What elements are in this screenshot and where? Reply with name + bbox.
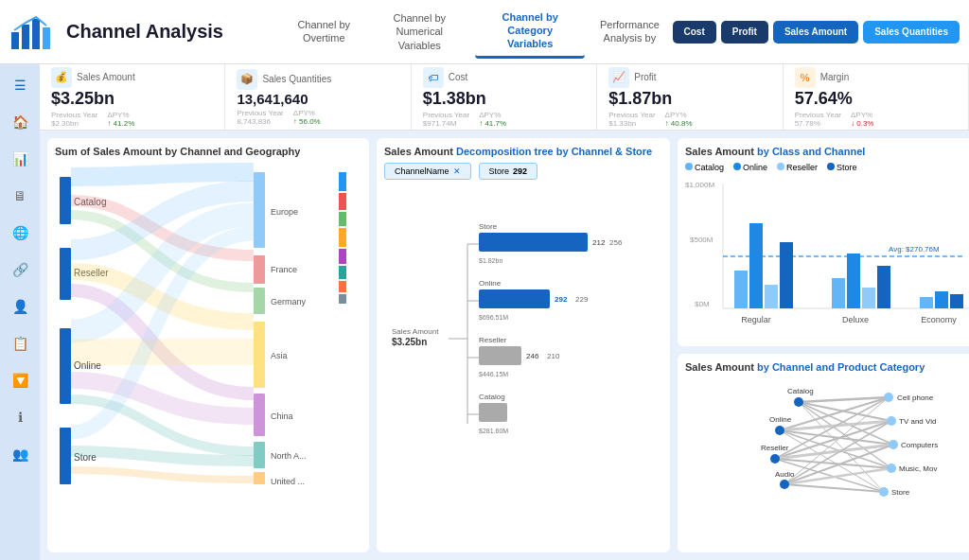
decomp-panel: Sales Amount Decomposition tree by Chann… <box>377 138 670 552</box>
kpi-qty-delta-val: ↑ 56.0% <box>293 117 321 126</box>
svg-line-101 <box>784 484 884 492</box>
sidebar-user-icon[interactable]: 👤 <box>9 295 31 318</box>
kpi-margin-delta-label: ΔPY% <box>851 111 873 119</box>
svg-rect-12 <box>254 172 265 248</box>
svg-text:Asia: Asia <box>271 351 288 360</box>
svg-rect-6 <box>60 248 71 300</box>
kpi-qty-prev-label: Previous Year <box>237 109 283 117</box>
kpi-profit-delta-val: ↑ 40.8% <box>665 119 693 128</box>
svg-text:$500M: $500M <box>690 236 714 244</box>
svg-rect-70 <box>780 242 793 308</box>
bar-chart-title: Sales Amount by Class and Channel <box>685 146 969 157</box>
sales-amount-button[interactable]: Sales Amount <box>773 21 858 44</box>
svg-text:Avg: $270.76M: Avg: $270.76M <box>889 245 940 254</box>
kpi-cost-delta-val: ↑ 41.7% <box>479 119 506 128</box>
svg-text:256: 256 <box>609 238 623 247</box>
sidebar-report-icon[interactable]: 📋 <box>9 332 31 355</box>
kpi-sales-delta-val: ↑ 41.2% <box>107 119 134 128</box>
svg-text:Deluxe: Deluxe <box>842 315 869 324</box>
sales-quantities-button[interactable]: Sales Quantities <box>863 21 960 44</box>
svg-text:$1.82bn: $1.82bn <box>479 257 502 264</box>
svg-text:Online: Online <box>769 415 792 424</box>
svg-text:Audio: Audio <box>775 470 795 479</box>
cost-button[interactable]: Cost <box>673 21 716 44</box>
svg-point-104 <box>775 426 784 435</box>
svg-rect-80 <box>950 294 963 308</box>
svg-rect-77 <box>920 297 933 308</box>
svg-text:210: 210 <box>547 352 560 360</box>
svg-rect-4 <box>60 177 71 224</box>
svg-text:$281.60M: $281.60M <box>479 428 508 434</box>
action-buttons: Cost Profit Sales Amount Sales Quantitie… <box>673 21 960 44</box>
kpi-qty-label: Sales Quantities <box>262 74 331 84</box>
svg-text:France: France <box>271 265 297 274</box>
svg-rect-20 <box>254 394 265 436</box>
svg-rect-51 <box>479 346 521 365</box>
decomp-svg: Sales Amount $3.25bn 212 256 Store $1.82… <box>384 187 662 471</box>
svg-text:North A...: North A... <box>271 451 307 461</box>
svg-text:Cell phone: Cell phone <box>897 394 934 402</box>
app-title: Channel Analysis <box>66 21 223 43</box>
svg-rect-1 <box>22 25 29 49</box>
svg-rect-26 <box>339 172 346 191</box>
kpi-profit-delta-label: ΔPY% <box>665 111 693 119</box>
svg-text:Germany: Germany <box>271 297 307 306</box>
kpi-profit-icon: 📈 <box>608 67 629 88</box>
logo-area: Channel Analysis <box>9 13 284 51</box>
sidebar-group-icon[interactable]: 👥 <box>9 443 31 465</box>
svg-rect-2 <box>32 19 40 49</box>
sidebar-info-icon[interactable]: ℹ <box>9 406 31 429</box>
sidebar-globe-icon[interactable]: 🌐 <box>9 221 31 244</box>
tab-performance[interactable]: Performance Analysis by <box>587 12 672 51</box>
filter-channel[interactable]: ChannelName ✕ <box>384 163 471 180</box>
svg-rect-0 <box>11 32 19 49</box>
svg-rect-73 <box>847 254 860 308</box>
svg-text:$3.25bn: $3.25bn <box>392 337 427 347</box>
kpi-sales-value: $3.25bn <box>51 89 213 109</box>
svg-rect-74 <box>862 288 875 308</box>
kpi-row: 💰 Sales Amount $3.25bn Previous Year$2.3… <box>40 64 969 131</box>
bar-chart-panel: Sales Amount by Class and Channel Catalo… <box>678 138 969 346</box>
chart-legend: Catalog Online Reseller Store <box>685 163 969 172</box>
svg-text:Reseller: Reseller <box>479 336 507 344</box>
kpi-cost-value: $1.38bn <box>423 89 585 109</box>
legend-catalog: Catalog <box>685 163 724 172</box>
svg-text:$446.15M: $446.15M <box>479 371 508 377</box>
kpi-profit-value: $1.87bn <box>608 89 770 109</box>
svg-rect-10 <box>60 428 71 484</box>
svg-rect-72 <box>832 278 845 308</box>
tab-channel-numerical[interactable]: Channel by Numerical Variables <box>366 6 474 58</box>
network-svg: Catalog Online Reseller Audio Cell phone… <box>685 378 969 501</box>
tab-channel-overtime[interactable]: Channel by Overtime <box>284 12 364 51</box>
network-chart-panel: Sales Amount by Channel and Product Cate… <box>678 354 969 552</box>
svg-point-118 <box>879 487 889 497</box>
kpi-cost-label: Cost <box>449 72 468 82</box>
svg-rect-14 <box>254 255 265 284</box>
kpi-qty-icon: 📦 <box>237 69 257 90</box>
sidebar-monitor-icon[interactable]: 🖥 <box>9 184 31 207</box>
svg-text:Store: Store <box>891 488 910 497</box>
kpi-profit-label: Profit <box>634 72 656 82</box>
sidebar-chart-icon[interactable]: 📊 <box>9 148 31 170</box>
kpi-profit-prev-label: Previous Year <box>608 111 655 119</box>
filter-store[interactable]: Store 292 <box>479 163 538 180</box>
sidebar-network-icon[interactable]: 🔗 <box>9 258 31 281</box>
profit-button[interactable]: Profit <box>721 21 768 44</box>
svg-text:Sales Amount: Sales Amount <box>392 327 439 336</box>
kpi-sales-label: Sales Amount <box>77 72 135 82</box>
kpi-quantities: 📦 Sales Quantities 13,641,640 Previous Y… <box>225 64 411 130</box>
sidebar-home-icon[interactable]: 🏠 <box>9 111 31 133</box>
svg-text:229: 229 <box>575 295 589 304</box>
kpi-margin-value: 57.64% <box>795 89 957 109</box>
svg-text:Catalog: Catalog <box>787 387 814 395</box>
kpi-sales-amount: 💰 Sales Amount $3.25bn Previous Year$2.3… <box>40 64 225 130</box>
bar-chart-svg: $1,000M $500M $0M Avg: $270.76M Regular <box>685 176 969 337</box>
kpi-margin-prev-val: 57.78% <box>795 119 841 128</box>
svg-rect-18 <box>254 322 265 388</box>
tab-channel-category[interactable]: Channel by Category Variables <box>475 5 585 60</box>
svg-rect-31 <box>339 266 346 279</box>
svg-rect-27 <box>339 193 346 210</box>
sidebar-filter-icon[interactable]: 🔽 <box>9 369 31 392</box>
sankey-panel: Sum of Sales Amount by Channel and Geogr… <box>47 138 369 552</box>
sidebar-menu-icon[interactable]: ☰ <box>9 74 31 96</box>
